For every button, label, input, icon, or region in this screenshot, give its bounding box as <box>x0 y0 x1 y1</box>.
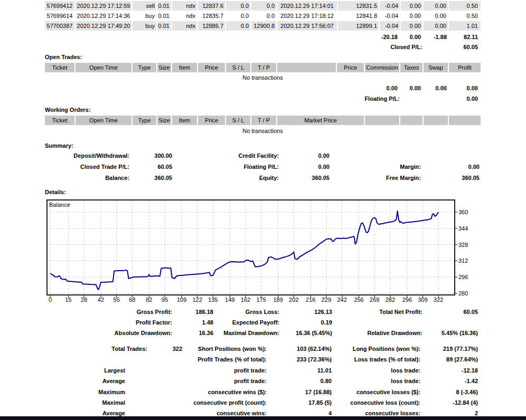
x-axis-label: 162 <box>238 297 253 303</box>
sl-cell: 0.0 <box>226 21 250 31</box>
close-time-cell: 2020.12.29 17:14:01 <box>277 1 337 11</box>
swap-cell: 0.00 <box>424 1 448 11</box>
header-price: Price <box>198 63 225 72</box>
floating-pl-row: Floating P/L: 0.00 <box>0 95 526 102</box>
swap-cell: 0.00 <box>424 21 448 31</box>
header-sl: S / L <box>226 63 250 72</box>
closed-pl-row: Closed P/L: 60.05 <box>0 43 526 51</box>
header-blank <box>365 116 399 125</box>
price-cell: 12835.7 <box>198 11 225 21</box>
close-price-cell: 12899.1 <box>338 21 379 31</box>
balance-line <box>50 211 438 290</box>
header-market-price: Market Price <box>277 116 364 125</box>
stats-row: Total Trades: 322 Short Positions (won %… <box>0 345 526 352</box>
price-cell: 12886.7 <box>198 21 225 31</box>
x-axis-label: 95 <box>157 297 173 303</box>
tp-cell: 0.0 <box>251 1 276 11</box>
stats-row: Profit Factor: 1.48 Expected Payoff: 0.1… <box>0 319 526 326</box>
y-axis-label: 360 <box>458 209 476 216</box>
closed-trade-row: 57700387 2020.12.29 17:49:20 buy 0.01 nd… <box>45 21 481 31</box>
x-axis-label: 109 <box>174 297 190 303</box>
open-time-cell: 2020.12.29 17:14:36 <box>76 11 132 21</box>
x-axis-label: 242 <box>334 297 350 303</box>
header-price: Price <box>198 116 225 125</box>
x-axis-label: 149 <box>222 297 238 303</box>
header-blank <box>400 116 422 125</box>
y-axis-label: 344 <box>458 225 476 232</box>
closed-trade-row: 57699614 2020.12.29 17:14:36 buy 0.01 nd… <box>45 11 481 21</box>
x-axis-label: 296 <box>399 297 415 303</box>
header-ticket: Ticket <box>45 63 74 72</box>
ticket-cell: 57699412 <box>45 1 74 11</box>
open-trades-empty: No transactions <box>45 74 481 81</box>
x-axis-label: 309 <box>415 297 431 303</box>
taxes-cell: 0.00 <box>401 21 422 31</box>
summary-row: Closed Trade P/L: 60.05 Floating P/L: 0.… <box>0 163 526 170</box>
sl-cell: 0.0 <box>226 11 250 21</box>
close-price-cell: 12831.5 <box>338 1 379 11</box>
price-cell: 12837.6 <box>198 1 225 11</box>
y-axis-label: 312 <box>458 257 476 264</box>
taxes-cell: 0.00 <box>401 11 422 21</box>
header-blank <box>277 63 336 72</box>
profit-cell: 0.50 <box>449 1 481 11</box>
open-totals-row: 0.00 0.00 0.00 0.00 <box>0 84 526 92</box>
closed-pl-value: 60.05 <box>0 43 478 51</box>
x-axis-label: 189 <box>270 297 286 303</box>
commission-cell: -0.04 <box>380 11 400 21</box>
stat-value: 0.19 <box>0 319 332 326</box>
close-price-cell: 12841.8 <box>338 11 379 21</box>
working-orders-title: Working Orders: <box>45 106 91 113</box>
item-cell: ndx <box>172 11 197 21</box>
stats-row: Average consecutive wins: 4 consecutive … <box>0 409 526 417</box>
swap-cell: 0.00 <box>424 11 448 21</box>
x-axis-label: 256 <box>351 297 367 303</box>
type-cell: buy <box>133 21 156 31</box>
header-taxes: Taxes <box>400 63 422 72</box>
open-time-cell: 2020.12.29 17:12:59 <box>76 1 132 11</box>
header-type: Type <box>133 116 156 125</box>
stat-value: 8 (-3.46) <box>0 388 478 396</box>
tp-cell: 12900.8 <box>251 21 276 31</box>
item-cell: ndx <box>172 1 197 11</box>
summary-row: Deposit/Withdrawal: 300.00 Credit Facili… <box>0 152 526 159</box>
header-blank <box>424 116 448 125</box>
commission-cell: -0.04 <box>380 1 400 11</box>
closed-trade-row: 57699412 2020.12.29 17:12:59 sell 0.01 n… <box>45 1 481 11</box>
total-profit: 82.11 <box>0 33 478 41</box>
header-ticket: Ticket <box>45 116 74 125</box>
size-cell: 0.01 <box>157 11 171 21</box>
y-axis-label: 280 <box>458 290 476 297</box>
x-axis-label: 68 <box>124 297 140 303</box>
sl-cell: 0.0 <box>226 1 250 11</box>
header-open-time: Open Time <box>76 63 132 72</box>
size-cell: 0.01 <box>157 21 171 31</box>
x-axis-label: 15 <box>60 297 76 303</box>
stats-row: Largest profit trade: 11.01 loss trade: … <box>0 367 526 374</box>
type-cell: sell <box>133 1 156 11</box>
stat-value: 2 <box>0 409 478 417</box>
stats-row: Maximum consecutive wins ($): 17 (16.88)… <box>0 388 526 396</box>
stat-value: -12.84 (4) <box>0 399 478 406</box>
stats-row: Gross Profit: 186.18 Gross Loss: 126.13 … <box>0 308 526 316</box>
x-axis-label: 269 <box>367 297 382 303</box>
header-tp: T / P <box>251 63 276 72</box>
open-trades-header-row: Ticket Open Time Type Size Item Price S … <box>45 63 481 72</box>
balance-chart <box>46 199 459 300</box>
stat-value: 60.05 <box>0 308 478 316</box>
x-axis-label: 322 <box>430 297 446 303</box>
closed-totals-row: -20.18 0.00 -1.88 82.11 <box>0 33 526 41</box>
x-axis-label: 229 <box>318 297 334 303</box>
window-edge-bar <box>0 416 526 420</box>
summary-title: Summary: <box>45 142 73 149</box>
credit-value: 0.00 <box>0 152 330 159</box>
total-profit: 0.00 <box>0 84 478 92</box>
x-axis-label: 28 <box>76 297 92 303</box>
close-time-cell: 2020.12.29 17:18:12 <box>277 11 337 21</box>
summary-row: Balance: 360.05 Equity: 360.05 Free Marg… <box>0 174 526 182</box>
free-margin-value: 360.05 <box>0 174 480 182</box>
header-swap: Swap <box>424 63 448 72</box>
ticket-cell: 57700387 <box>45 21 74 31</box>
open-trades-title: Open Trades: <box>45 53 82 61</box>
stat-value: -1.42 <box>0 377 478 385</box>
